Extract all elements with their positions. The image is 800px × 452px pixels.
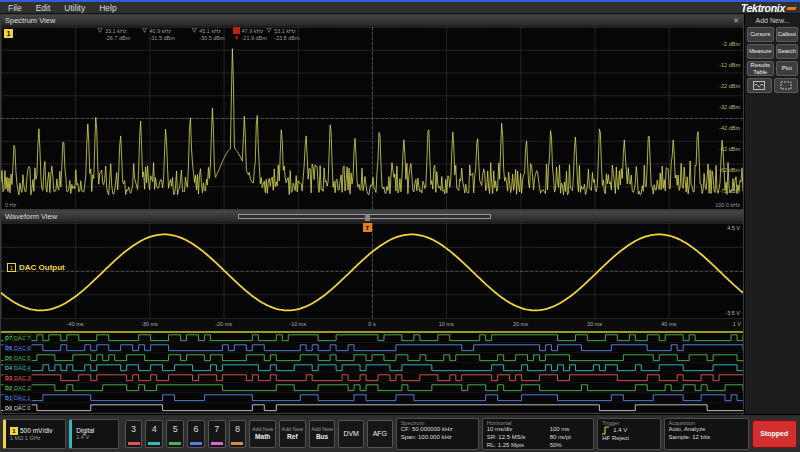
scope-screen-icon <box>753 81 765 90</box>
horizontal-readout-title: Horizontal <box>487 420 590 427</box>
callout-button[interactable]: Callout <box>776 27 798 42</box>
menu-edit[interactable]: Edit <box>36 3 51 13</box>
spectrum-source-badge[interactable]: 1 <box>4 29 13 38</box>
spectrum-peak-marker[interactable]: ▽ 33.1 kHz-26.7 dBm <box>96 27 104 33</box>
close-icon[interactable]: ✕ <box>733 17 739 25</box>
ch1-impedance: 1 MΩ 1 GHz <box>10 435 65 441</box>
time-axis-label: 40 ms <box>661 321 676 327</box>
waveform-view-panel: Waveform View T 1 DAC Output 4.5 V -3 <box>0 210 744 414</box>
time-axis-label: -40 ms <box>67 321 84 327</box>
marker-triangle-icon: ▽ <box>192 27 197 33</box>
vertical-scale-top-label: 4.5 V <box>727 225 740 231</box>
digital-channel-label: D4DAC 4 <box>3 363 32 373</box>
channel-number: 8 <box>235 424 240 434</box>
digital-trace <box>1 373 743 382</box>
freq-axis-start-label: 0 Hz <box>5 202 16 208</box>
search-button[interactable]: Search <box>776 44 798 59</box>
marker-triangle-icon: ▼ <box>234 35 240 41</box>
results-table-button[interactable]: Results Table <box>747 61 774 76</box>
channel-8-button[interactable]: 8 <box>229 420 247 448</box>
spectrum-readout-panel[interactable]: Spectrum CF: 50.000000 kHz Span: 100.000… <box>396 418 479 450</box>
digital-badge-title: Digital <box>76 427 94 434</box>
digital-channel-label: D6DAC 6 <box>3 343 32 353</box>
ch1-sine-trace <box>1 223 743 318</box>
scope-screen-button[interactable] <box>747 78 772 93</box>
channel-3-button[interactable]: 3 <box>125 420 143 448</box>
digital-channel-row[interactable]: D6DAC 6 <box>1 343 743 353</box>
digital-channel-label: D0DAC 0 <box>3 403 32 413</box>
cursors-button[interactable]: Cursors <box>747 27 774 42</box>
digital-badge[interactable]: Digital 1.4 V <box>69 419 118 449</box>
digital-scale-label: 1 V <box>733 321 741 327</box>
ch1-number-chip: 1 <box>10 427 18 435</box>
channel-4-button[interactable]: 4 <box>145 420 163 448</box>
analog-waveform-area[interactable]: T 1 DAC Output 4.5 V -3.5 V <box>1 223 743 319</box>
tektronix-logo: Tektronix <box>741 2 796 14</box>
digital-trace <box>1 393 743 402</box>
channel-number: 5 <box>173 424 178 434</box>
marker-label: 45.1 kHz-30.5 dBm <box>199 28 224 42</box>
spectrum-view-title: Spectrum View <box>5 16 55 25</box>
analysis-window-handle[interactable] <box>365 214 370 221</box>
vertical-scale-bottom-label: -3.5 V <box>725 310 740 316</box>
db-axis-label: -72 dBm <box>719 188 740 194</box>
trigger-readout-panel[interactable]: Trigger 1.4 V HF Reject <box>597 418 660 450</box>
spectrum-peak-marker[interactable]: ▽ 40.9 kHz-31.5 dBm <box>140 27 148 33</box>
afg-button[interactable]: AFG <box>367 420 393 448</box>
add-new-target: Ref <box>287 433 297 440</box>
spectrum-reference-marker[interactable]: ▼ 47.9 kHz-21.9 dBm <box>233 27 241 41</box>
digital-channel-row[interactable]: D7DAC 7 <box>1 333 743 343</box>
spectrum-readout-title: Spectrum <box>401 420 474 427</box>
spectrum-peak-marker[interactable]: ▽ 53.1 kHz-23.8 dBm <box>265 27 273 33</box>
dvm-button[interactable]: DVM <box>338 420 364 448</box>
center-frequency-readout: CF: 50.000000 kHz <box>401 426 474 434</box>
digital-channel-row[interactable]: D3DAC 3 <box>1 373 743 383</box>
menu-file[interactable]: File <box>8 3 22 13</box>
add-new-math-button[interactable]: Add NewMath <box>249 420 276 448</box>
spectrum-peak-marker[interactable]: ▽ 45.1 kHz-30.5 dBm <box>190 27 198 33</box>
acquisition-readout-panel[interactable]: Acquisition Auto, Analyze Sample: 12 bit… <box>664 418 749 450</box>
horizontal-scale: 10 ms/div <box>487 426 544 434</box>
add-new-bus-button[interactable]: Add NewBus <box>309 420 336 448</box>
digital-channel-row[interactable]: D5DAC 5 <box>1 353 743 363</box>
digital-channel-label: D5DAC 5 <box>3 353 32 363</box>
spectrum-view-header[interactable]: Spectrum View ✕ <box>1 15 743 27</box>
digital-threshold: 1.4 V <box>76 434 117 440</box>
horizontal-window: 100 ms <box>550 426 590 434</box>
ch1-badge[interactable]: 1 500 mV/div 1 MΩ 1 GHz <box>3 419 66 449</box>
waveform-view-header[interactable]: Waveform View <box>1 211 743 223</box>
add-new-ref-button[interactable]: Add NewRef <box>279 420 306 448</box>
digital-trace <box>1 353 743 362</box>
marker-label: 33.1 kHz-26.7 dBm <box>105 28 130 42</box>
digital-channel-row[interactable]: D0DAC 0 <box>1 403 743 413</box>
channel-number: 4 <box>152 424 157 434</box>
marker-triangle-icon: ▽ <box>98 27 103 33</box>
digital-trace <box>1 383 743 392</box>
digital-channels-area: D7DAC 7 D6DAC 6 D5DAC 5 D4DAC 4 <box>1 333 743 413</box>
menu-utility[interactable]: Utility <box>64 3 85 13</box>
spectrum-plot[interactable]: 1 ▽ 33.1 kHz-26.7 dBm ▽ 40.9 kHz-31.5 dB… <box>1 27 743 209</box>
run-stop-button[interactable]: Stopped <box>752 420 797 448</box>
horizontal-readout-panel[interactable]: Horizontal 10 ms/div 100 ms SR: 12.5 MS/… <box>482 418 595 450</box>
channel-6-button[interactable]: 6 <box>187 420 205 448</box>
analysis-window-scrollbar[interactable] <box>238 214 490 219</box>
menu-help[interactable]: Help <box>99 3 116 13</box>
marker-label: 53.1 kHz-23.8 dBm <box>274 28 299 42</box>
channel-number: 7 <box>214 424 219 434</box>
channel-5-button[interactable]: 5 <box>166 420 184 448</box>
db-axis-label: -32 dBm <box>719 104 740 110</box>
marker-triangle-icon: ▽ <box>142 27 147 33</box>
digital-channel-row[interactable]: D1DAC 1 <box>1 393 743 403</box>
mask-test-button[interactable] <box>774 78 799 93</box>
digital-channel-row[interactable]: D2DAC 2 <box>1 383 743 393</box>
plot-button[interactable]: Plot <box>776 61 798 76</box>
channel-label[interactable]: 1 DAC Output <box>7 263 65 272</box>
trigger-position-marker[interactable]: T <box>363 223 372 232</box>
waveform-view-title: Waveform View <box>5 212 57 221</box>
time-axis-label: -20 ms <box>215 321 232 327</box>
measure-button[interactable]: Measure <box>747 44 774 59</box>
digital-channel-row[interactable]: D4DAC 4 <box>1 363 743 373</box>
channel-7-button[interactable]: 7 <box>208 420 226 448</box>
record-length: RL: 1.25 Mpts <box>487 442 544 450</box>
digital-channel-label: D2DAC 2 <box>3 383 32 393</box>
